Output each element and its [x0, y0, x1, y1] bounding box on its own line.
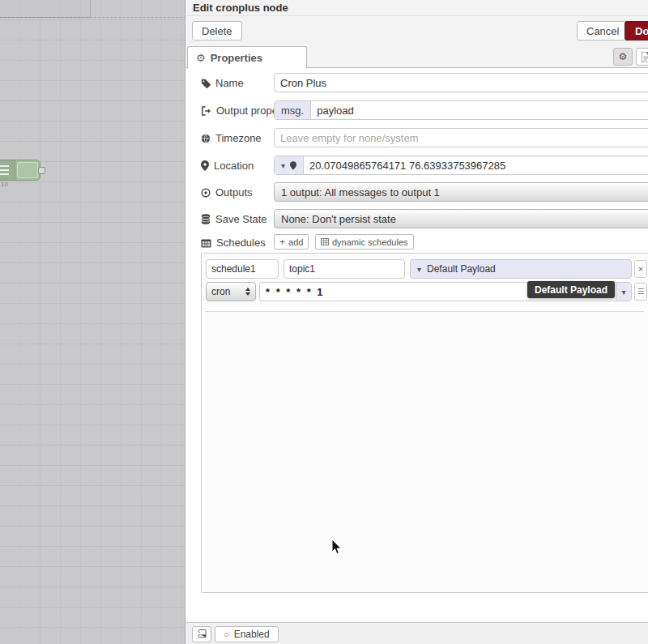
schedule-name-input[interactable] — [206, 259, 279, 279]
dynamic-schedules-button[interactable]: dynamic schedules — [315, 234, 414, 249]
book-icon — [198, 629, 207, 639]
node-badge: 10 — [1, 181, 8, 188]
save-state-value: None: Don't persist state — [281, 213, 396, 225]
node-settings-button[interactable]: ⚙ — [613, 48, 633, 66]
expression-dropdown-button[interactable]: ▾ — [616, 283, 631, 301]
output-property-input[interactable]: msg. payload — [274, 100, 648, 120]
map-marker-icon — [201, 160, 209, 171]
save-state-label-row: Save State — [201, 213, 267, 225]
table-icon — [321, 238, 329, 245]
schedule-menu-button[interactable]: ☰ — [634, 283, 647, 301]
globe-icon — [201, 134, 211, 143]
node-icon — [0, 160, 15, 180]
gear-icon: ⚙ — [619, 51, 628, 62]
save-state-label: Save State — [215, 213, 267, 225]
outputs-label-row: Outputs — [201, 186, 253, 198]
done-button[interactable]: Done — [625, 21, 648, 41]
add-schedule-label: add — [288, 237, 303, 247]
flow-workspace: 10 — [0, 0, 186, 644]
tab-properties[interactable]: ⚙ Properties — [187, 46, 307, 69]
name-input[interactable] — [274, 73, 648, 92]
sign-out-icon — [201, 106, 211, 116]
select-arrows-icon — [245, 288, 250, 296]
location-type-button[interactable]: ▾ — [275, 156, 304, 174]
menu-icon: ☰ — [637, 288, 644, 296]
schedule-list: ▾ Default Payload × cron * * * * * 1 ▾ ☰ — [201, 253, 648, 593]
payload-type-dropdown[interactable]: ▾ Default Payload — [410, 259, 632, 279]
gear-icon: ⚙ — [196, 52, 206, 64]
dialog-title: Edit cronplus node — [193, 2, 288, 14]
enabled-label: Enabled — [234, 629, 270, 640]
tab-properties-label: Properties — [211, 52, 262, 64]
schedules-label: Schedules — [216, 237, 266, 249]
node-description-button[interactable] — [636, 48, 648, 66]
properties-form: Name Output property msg. payload Timezo… — [185, 69, 648, 622]
workspace-tabbar-line — [0, 17, 186, 18]
edit-cronplus-dialog: Edit cronplus node Delete Cancel Done ⚙ … — [185, 0, 648, 644]
schedules-label-row: Schedules — [201, 237, 266, 249]
tray-header: Edit cronplus node Delete Cancel Done ⚙ … — [185, 0, 648, 68]
pin-icon — [290, 161, 296, 170]
tag-icon — [201, 79, 211, 88]
add-schedule-button[interactable]: + add — [274, 234, 309, 249]
caret-down-icon: ▾ — [621, 288, 625, 296]
dot-circle-icon — [201, 188, 211, 198]
close-icon: × — [638, 264, 643, 274]
schedule-type-value: cron — [211, 286, 230, 297]
payload-type-tooltip: Default Payload — [527, 281, 615, 298]
location-label: Location — [214, 160, 254, 172]
timezone-label: Timezone — [215, 132, 262, 144]
outputs-label: Outputs — [215, 186, 253, 198]
caret-down-icon: ▾ — [417, 265, 421, 274]
name-label-row: Name — [201, 77, 244, 89]
dynamic-schedules-label: dynamic schedules — [332, 237, 408, 247]
circle-icon: ○ — [224, 629, 229, 639]
location-input[interactable]: ▾ 20.07049865764171 76.63933753967285 — [274, 156, 648, 175]
node-help-button[interactable] — [192, 626, 211, 642]
location-label-row: Location — [201, 160, 254, 172]
name-label: Name — [215, 77, 244, 89]
schedule-type-select[interactable]: cron — [206, 282, 256, 301]
node-body — [17, 162, 38, 178]
schedule-topic-input[interactable] — [284, 259, 405, 279]
msg-prefix-button[interactable]: msg. — [275, 101, 311, 119]
payload-type-value: Default Payload — [427, 263, 496, 275]
node-enabled-toggle[interactable]: ○ Enabled — [215, 626, 279, 642]
plus-icon: + — [279, 237, 285, 248]
delete-button[interactable]: Delete — [192, 21, 242, 41]
timezone-input[interactable] — [274, 128, 648, 147]
document-icon — [642, 52, 648, 62]
workspace-tab — [0, 0, 91, 18]
remove-schedule-button[interactable]: × — [634, 260, 647, 278]
tray-footer: ○ Enabled — [185, 622, 648, 644]
workspace-grid — [0, 0, 186, 644]
caret-down-icon: ▾ — [281, 161, 285, 170]
cronplus-flow-node — [0, 160, 40, 181]
cancel-button[interactable]: Cancel — [577, 21, 629, 41]
location-value: 20.07049865764171 76.63933753967285 — [304, 160, 511, 172]
outputs-select[interactable]: 1 output: All messages to output 1 — [274, 182, 648, 202]
save-state-select[interactable]: None: Don't persist state — [274, 209, 648, 228]
database-icon — [201, 214, 211, 224]
timezone-label-row: Timezone — [201, 132, 262, 144]
node-output-port — [38, 167, 45, 174]
schedule-row-divider — [205, 311, 644, 312]
cron-expression-value: * * * * * 1 — [260, 286, 330, 298]
output-property-value: payload — [311, 104, 360, 117]
calendar-icon — [201, 238, 211, 248]
outputs-value: 1 output: All messages to output 1 — [281, 186, 440, 198]
title-separator — [185, 15, 648, 16]
